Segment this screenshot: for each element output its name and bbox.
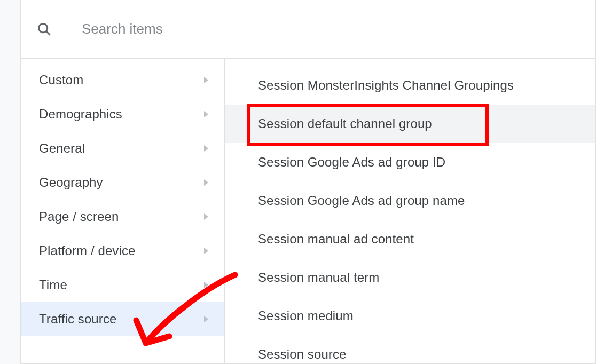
option-session-manual-ad-content[interactable]: Session manual ad content: [225, 220, 595, 258]
category-label: Traffic source: [39, 312, 116, 327]
chevron-right-icon: [204, 179, 208, 186]
option-session-manual-term[interactable]: Session manual term: [225, 258, 595, 297]
option-label: Session Google Ads ad group name: [258, 193, 465, 208]
category-label: Page / screen: [39, 209, 119, 224]
chevron-right-icon: [204, 145, 208, 152]
search-icon: [37, 22, 52, 37]
option-session-medium[interactable]: Session medium: [225, 297, 595, 335]
option-session-source[interactable]: Session source: [225, 335, 595, 363]
option-session-google-ads-ad-group-id[interactable]: Session Google Ads ad group ID: [225, 143, 595, 181]
option-session-default-channel-group[interactable]: Session default channel group: [225, 105, 595, 143]
category-time[interactable]: Time: [21, 268, 224, 302]
option-label: Session manual ad content: [258, 232, 414, 247]
option-label: Session Google Ads ad group ID: [258, 155, 445, 170]
category-list: Custom Demographics General Geography Pa…: [21, 59, 225, 363]
svg-point-0: [39, 23, 48, 32]
category-label: General: [39, 141, 85, 156]
chevron-right-icon: [204, 213, 208, 220]
category-label: Time: [39, 278, 67, 292]
search-input[interactable]: [82, 21, 579, 37]
option-label: Session MonsterInsights Channel Grouping…: [258, 78, 514, 93]
category-geography[interactable]: Geography: [21, 165, 224, 200]
category-label: Demographics: [39, 107, 122, 122]
option-label: Session manual term: [258, 270, 379, 285]
svg-line-1: [46, 31, 50, 35]
category-custom[interactable]: Custom: [21, 63, 224, 97]
option-label: Session medium: [258, 308, 354, 323]
option-list: Session MonsterInsights Channel Grouping…: [225, 59, 595, 363]
chevron-right-icon: [204, 77, 208, 83]
option-label: Session source: [258, 347, 347, 362]
category-label: Platform / device: [39, 243, 135, 258]
option-label: Session default channel group: [258, 116, 432, 131]
picker-content: Custom Demographics General Geography Pa…: [21, 59, 595, 363]
search-bar: [21, 0, 595, 59]
category-traffic-source[interactable]: Traffic source: [21, 302, 224, 336]
category-demographics[interactable]: Demographics: [21, 97, 224, 131]
category-platform-device[interactable]: Platform / device: [21, 234, 224, 268]
chevron-right-icon: [204, 248, 208, 254]
chevron-right-icon: [204, 282, 208, 288]
dimension-picker-panel: Custom Demographics General Geography Pa…: [20, 0, 596, 364]
category-label: Custom: [39, 73, 83, 88]
category-general[interactable]: General: [21, 131, 224, 165]
chevron-right-icon: [204, 316, 208, 322]
option-session-google-ads-ad-group-name[interactable]: Session Google Ads ad group name: [225, 181, 595, 220]
category-label: Geography: [39, 175, 103, 190]
category-page-screen[interactable]: Page / screen: [21, 200, 224, 234]
option-session-monsterinsights[interactable]: Session MonsterInsights Channel Grouping…: [225, 66, 595, 105]
chevron-right-icon: [204, 111, 208, 117]
